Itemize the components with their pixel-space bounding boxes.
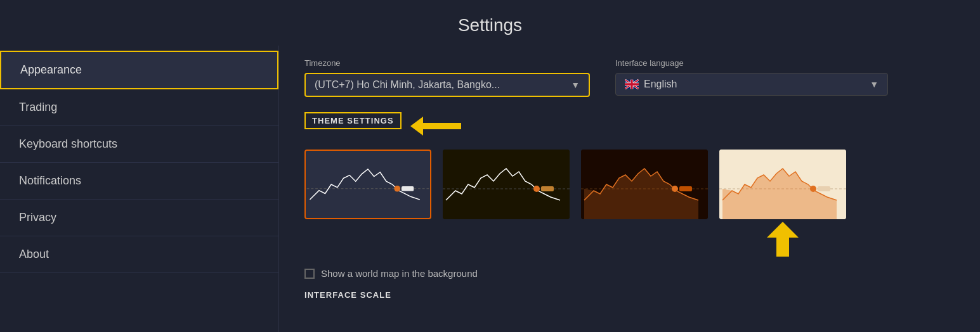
theme-preview-dark-brown [443, 150, 570, 219]
svg-point-13 [672, 186, 678, 192]
world-map-checkbox-row: Show a world map in the background [304, 268, 955, 279]
theme-preview-dark [306, 151, 430, 218]
world-map-label: Show a world map in the background [321, 268, 478, 279]
theme-card-light[interactable] [719, 150, 846, 219]
theme-card-dark[interactable] [304, 150, 431, 219]
svg-rect-2 [307, 151, 429, 218]
sidebar-item-about[interactable]: About [0, 236, 278, 273]
sidebar-item-label: Notifications [19, 174, 81, 187]
theme-card-orange-dark[interactable] [581, 150, 708, 219]
theme-card-light-wrapper [719, 150, 846, 257]
interface-scale-title: INTERFACE SCALE [304, 290, 955, 300]
theme-section-title: THEME SETTINGS [304, 112, 402, 129]
language-value: English [644, 79, 865, 90]
up-arrow-icon [767, 222, 799, 257]
theme-preview-light [719, 150, 846, 219]
sidebar-item-appearance[interactable]: Appearance [0, 51, 278, 89]
timezone-group: Timezone (UTC+7) Ho Chi Minh, Jakarta, B… [304, 58, 590, 97]
sidebar-item-privacy[interactable]: Privacy [0, 200, 278, 236]
sidebar-item-label: Privacy [19, 211, 56, 224]
theme-preview-orange-dark [581, 150, 708, 219]
top-row: Timezone (UTC+7) Ho Chi Minh, Jakarta, B… [304, 58, 955, 97]
theme-card-dark-brown[interactable] [443, 150, 570, 219]
svg-point-18 [810, 186, 816, 192]
page-title: Settings [0, 0, 980, 46]
svg-marker-20 [767, 222, 799, 257]
language-select[interactable]: English ▼ [615, 73, 888, 96]
timezone-label: Timezone [304, 58, 590, 68]
sidebar-item-keyboard-shortcuts[interactable]: Keyboard shortcuts [0, 126, 278, 163]
timezone-select[interactable]: (UTC+7) Ho Chi Minh, Jakarta, Bangko... … [304, 73, 590, 97]
timezone-value: (UTC+7) Ho Chi Minh, Jakarta, Bangko... [315, 79, 566, 91]
svg-point-4 [394, 186, 400, 192]
sidebar-item-label: Keyboard shortcuts [19, 137, 117, 150]
svg-rect-14 [679, 186, 692, 191]
theme-header: THEME SETTINGS [304, 112, 955, 139]
uk-flag-icon [625, 79, 639, 89]
chevron-down-icon: ▼ [571, 80, 580, 90]
sidebar-item-notifications[interactable]: Notifications [0, 163, 278, 200]
svg-point-8 [533, 186, 540, 192]
sidebar-item-label: Appearance [20, 63, 82, 76]
svg-marker-1 [410, 117, 461, 136]
sidebar-item-trading[interactable]: Trading [0, 89, 278, 126]
sidebar-item-label: About [19, 248, 49, 260]
svg-rect-5 [402, 186, 414, 191]
world-map-checkbox[interactable] [304, 269, 315, 279]
settings-content: Timezone (UTC+7) Ho Chi Minh, Jakarta, B… [279, 46, 980, 332]
svg-rect-19 [818, 186, 830, 191]
up-arrow-annotation [719, 222, 846, 257]
chevron-down-icon: ▼ [870, 79, 879, 89]
arrow-annotation-icon [410, 117, 461, 136]
svg-rect-6 [443, 150, 570, 219]
annotation-arrow-left [410, 117, 461, 136]
sidebar-item-label: Trading [19, 101, 57, 113]
language-group: Interface language English ▼ [615, 58, 888, 97]
language-label: Interface language [615, 58, 888, 68]
theme-cards [304, 150, 955, 257]
svg-rect-9 [541, 186, 554, 191]
sidebar: Appearance Trading Keyboard shortcuts No… [0, 46, 279, 332]
